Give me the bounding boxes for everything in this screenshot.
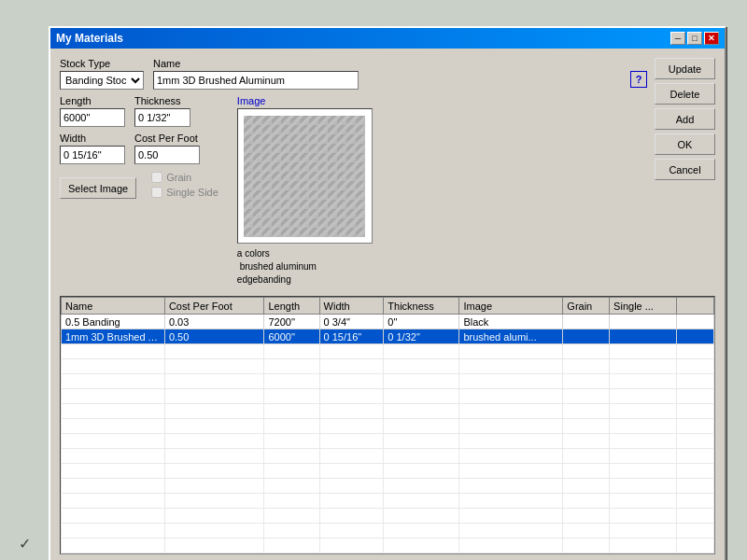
image-panel (237, 108, 373, 244)
image-preview (244, 116, 365, 237)
table-row[interactable] (62, 434, 714, 449)
col-image: Image (459, 298, 563, 315)
table-row[interactable] (62, 509, 714, 524)
stock-type-select[interactable]: Banding Stoc Sheet Stock Solid Stock (60, 71, 144, 90)
table-row[interactable] (62, 539, 714, 553)
cell-cost: 0.50 (164, 329, 264, 344)
grain-label: Grain (166, 172, 191, 183)
cell-width: 0 3/4" (319, 315, 384, 329)
header-row: Name Cost Per Foot Length Width Thicknes… (62, 298, 714, 315)
cell-name: 0.5 Banding (62, 315, 165, 329)
name-input[interactable] (153, 71, 359, 90)
col-width: Width (319, 298, 384, 315)
single-side-checkbox[interactable] (151, 187, 162, 198)
row1: Stock Type Banding Stoc Sheet Stock Soli… (60, 58, 647, 90)
middle-section: Length Thickness (60, 95, 647, 287)
table-row[interactable] (62, 524, 714, 539)
thickness-input[interactable] (134, 108, 190, 127)
single-side-label: Single Side (166, 187, 218, 198)
width-group: Width (60, 133, 125, 164)
cell-image: Black (459, 315, 563, 329)
table-row[interactable] (62, 359, 714, 374)
length-label: Length (60, 95, 125, 106)
col-extra (677, 298, 714, 315)
table-row[interactable] (62, 449, 714, 464)
image-label: Image (237, 95, 373, 106)
cost-per-foot-label: Cost Per Foot (134, 133, 200, 144)
cancel-button[interactable]: Cancel (655, 159, 715, 180)
cell-thickness: 0'' (384, 315, 459, 329)
length-input[interactable] (60, 108, 125, 127)
cell-width: 0 15/16" (319, 329, 384, 344)
cell-grain (563, 315, 610, 329)
col-length: Length (264, 298, 319, 315)
window-title: My Materials (56, 32, 123, 45)
row3: Width Cost Per Foot (60, 133, 218, 164)
my-materials-window: My Materials ─ □ ✕ Stock Type Band (49, 26, 726, 560)
cost-per-foot-input[interactable] (134, 146, 200, 164)
ok-button[interactable]: OK (655, 133, 715, 155)
table-row[interactable]: 0.5 Banding 0.03 7200'' 0 3/4" 0'' Black (62, 315, 714, 329)
delete-button[interactable]: Delete (655, 83, 715, 105)
cell-image: brushed alumi... (459, 329, 563, 344)
table-row[interactable] (62, 494, 714, 509)
close-button[interactable]: ✕ (704, 32, 719, 45)
col-thickness: Thickness (384, 298, 459, 315)
col-single: Single ... (610, 298, 677, 315)
name-label: Name (153, 58, 359, 69)
row2: Length Thickness (60, 95, 218, 127)
select-image-row: Select Image Grain Single Side (60, 170, 218, 199)
col-grain: Grain (563, 298, 610, 315)
desktop: My Materials ─ □ ✕ Stock Type Band (0, 0, 747, 560)
select-image-button[interactable]: Select Image (60, 177, 136, 199)
stock-type-group: Stock Type Banding Stoc Sheet Stock Soli… (60, 58, 144, 90)
window-body: Stock Type Banding Stoc Sheet Stock Soli… (50, 49, 725, 560)
data-table: Name Cost Per Foot Length Width Thicknes… (61, 297, 714, 553)
cell-cost: 0.03 (164, 315, 264, 329)
name-group: Name (153, 58, 359, 90)
table-row[interactable] (62, 374, 714, 389)
cell-name: 1mm 3D Brushed Al... (62, 329, 165, 344)
cell-thickness: 0 1/32" (384, 329, 459, 344)
update-button[interactable]: Update (655, 58, 715, 79)
cell-extra (677, 329, 714, 344)
title-bar-controls: ─ □ ✕ (670, 32, 719, 45)
image-caption: a colors brushed aluminum edgebanding (237, 247, 373, 287)
table-row[interactable] (62, 344, 714, 359)
table-row[interactable]: 1mm 3D Brushed Al... 0.50 6000'' 0 15/16… (62, 329, 714, 344)
right-buttons: Update Delete Add OK Cancel (655, 58, 715, 287)
thickness-label: Thickness (134, 95, 190, 106)
table-row[interactable] (62, 404, 714, 419)
table-header: Name Cost Per Foot Length Width Thicknes… (62, 298, 714, 315)
cell-single (610, 329, 677, 344)
col-cost-per-foot: Cost Per Foot (164, 298, 264, 315)
image-area: Image a colors brushed aluminum edgeband… (237, 95, 373, 287)
cost-per-foot-group: Cost Per Foot (134, 133, 200, 164)
fields-column: Length Thickness (60, 95, 218, 287)
thickness-group: Thickness (134, 95, 190, 127)
fields-and-image: Stock Type Banding Stoc Sheet Stock Soli… (60, 58, 647, 287)
cell-length: 6000'' (264, 329, 319, 344)
col-name: Name (62, 298, 165, 315)
grain-checkbox[interactable] (151, 172, 162, 183)
grain-row: Grain (151, 172, 218, 183)
checkbox-group: Grain Single Side (151, 172, 218, 198)
length-group: Length (60, 95, 125, 127)
table-row[interactable] (62, 419, 714, 434)
main-layout: Stock Type Banding Stoc Sheet Stock Soli… (60, 58, 715, 287)
add-button[interactable]: Add (655, 108, 715, 130)
maximize-button[interactable]: □ (687, 32, 702, 45)
help-icon[interactable]: ? (630, 71, 647, 88)
width-label: Width (60, 133, 125, 144)
bottom-tick: ✓ (19, 535, 31, 553)
title-bar-title: My Materials (56, 32, 123, 45)
cell-grain (563, 329, 610, 344)
table-row[interactable] (62, 389, 714, 404)
table-section: Name Cost Per Foot Length Width Thicknes… (60, 296, 715, 554)
width-input[interactable] (60, 146, 125, 164)
cell-length: 7200'' (264, 315, 319, 329)
table-row[interactable] (62, 479, 714, 494)
table-row[interactable] (62, 464, 714, 479)
cell-extra (677, 315, 714, 329)
minimize-button[interactable]: ─ (670, 32, 685, 45)
